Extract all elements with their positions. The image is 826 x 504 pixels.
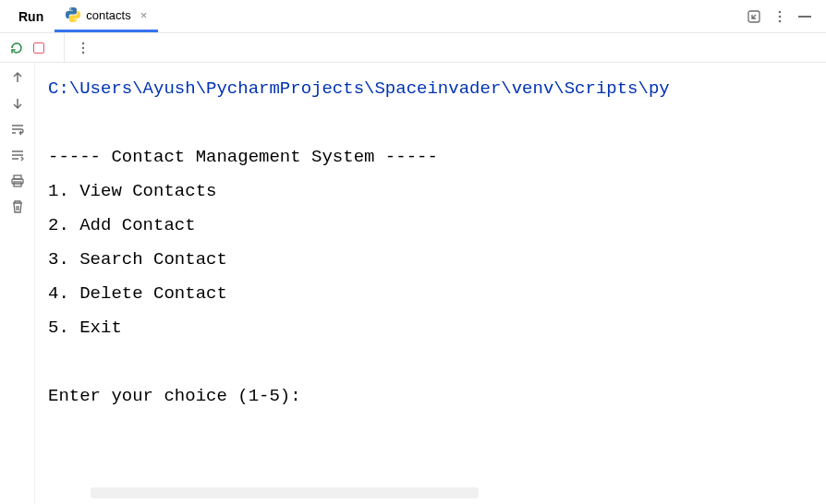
svg-point-1 (779, 10, 782, 13)
console-line: 2. Add Contact (48, 215, 196, 235)
main-area: C:\Users\Ayush\PycharmProjects\Spaceinva… (0, 63, 826, 504)
console-line: 4. Delete Contact (48, 283, 227, 304)
console-line: 5. Exit (48, 318, 122, 338)
tab-bar-right (747, 9, 819, 24)
down-arrow-icon[interactable] (10, 96, 25, 111)
trash-icon[interactable] (10, 199, 25, 214)
toolbar-right (65, 33, 102, 62)
run-tool-label: Run (7, 9, 55, 24)
interpreter-path: C:\Users\Ayush\PycharmProjects\Spaceinva… (48, 78, 670, 99)
console-prompt: Enter your choice (1-5): (48, 386, 311, 406)
toolbar-left (0, 33, 65, 62)
console-gutter (0, 63, 35, 504)
console-line: 1. View Contacts (48, 181, 216, 201)
python-file-icon (66, 7, 80, 22)
rerun-icon[interactable] (9, 41, 24, 55)
horizontal-scrollbar[interactable] (91, 487, 479, 498)
tab-bar-left: Run contacts × (7, 0, 158, 32)
svg-point-3 (779, 19, 782, 22)
up-arrow-icon[interactable] (10, 70, 25, 85)
soft-wrap-icon[interactable] (10, 122, 25, 137)
console-output[interactable]: C:\Users\Ayush\PycharmProjects\Spaceinva… (35, 63, 826, 504)
scroll-to-end-icon[interactable] (10, 148, 25, 162)
expand-icon[interactable] (747, 9, 761, 24)
tab-bar: Run contacts × (0, 0, 826, 33)
svg-point-2 (779, 15, 782, 18)
tab-contacts[interactable]: contacts × (55, 0, 158, 32)
console-line: 3. Search Contact (48, 249, 227, 270)
more-options-icon[interactable] (772, 9, 787, 24)
stop-icon[interactable] (33, 42, 44, 54)
close-tab-icon[interactable]: × (140, 8, 148, 22)
console-line: ----- Contact Management System ----- (48, 147, 438, 167)
tab-label: contacts (86, 8, 130, 22)
svg-point-4 (82, 42, 84, 43)
more-actions-icon[interactable] (76, 41, 91, 55)
minimize-icon[interactable] (798, 16, 811, 18)
svg-point-6 (82, 51, 84, 53)
svg-point-5 (82, 46, 84, 48)
toolbar (0, 33, 826, 63)
print-icon[interactable] (10, 174, 25, 188)
